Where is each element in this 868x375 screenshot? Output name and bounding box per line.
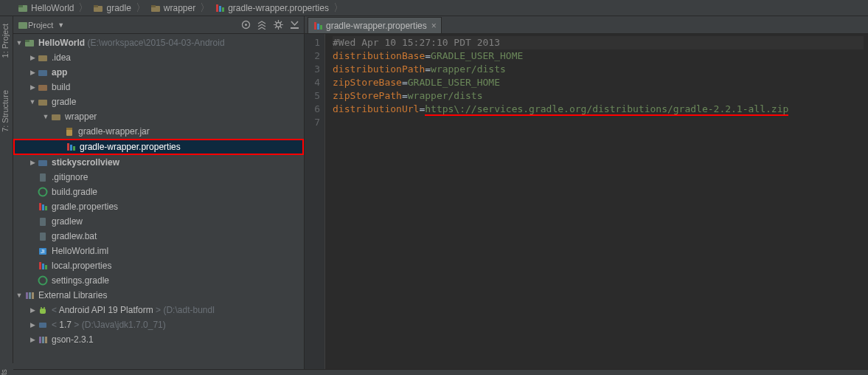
folder-icon (37, 82, 49, 92)
node-label: build (52, 82, 70, 92)
svg-point-12 (276, 23, 280, 27)
collapse-all-icon[interactable] (257, 20, 267, 30)
panel-header: Project ▼ (13, 16, 304, 34)
tree-iml[interactable]: JI HelloWorld.iml (13, 244, 304, 258)
gear-icon[interactable] (273, 20, 283, 30)
svg-rect-49 (45, 337, 47, 343)
panel-title[interactable]: Project (28, 21, 53, 30)
svg-rect-25 (73, 146, 75, 151)
node-label: gradlew.bat (52, 231, 97, 241)
chevron-right-icon: 〉 (136, 1, 146, 15)
node-label: < Android API 19 Platform > (52, 305, 161, 315)
tree-wrapper[interactable]: ▼ wrapper (13, 109, 304, 124)
editor-gutter: 1234567 (305, 34, 325, 369)
tree-gradlewbat[interactable]: gradlew.bat (13, 229, 304, 244)
folder-icon (50, 111, 62, 122)
folder-icon (93, 3, 103, 13)
svg-rect-42 (32, 292, 34, 299)
node-label: .gitignore (52, 172, 88, 182)
crumb-label: gradle (106, 3, 131, 13)
project-tree[interactable]: ▼ HelloWorld (E:\workspace\2015-04-03-An… (13, 34, 304, 369)
code-area[interactable]: 1234567 #Wed Apr 10 15:27:10 PDT 2013dis… (305, 34, 868, 369)
svg-rect-19 (38, 100, 47, 106)
tree-root[interactable]: ▼ HelloWorld (E:\workspace\2015-04-03-An… (13, 35, 304, 50)
svg-rect-23 (67, 143, 69, 151)
hide-icon[interactable] (289, 20, 299, 30)
node-label: gradle-wrapper.jar (78, 126, 150, 137)
tree-jdk[interactable]: ▶ < 1.7 > (D:\Java\jdk1.7.0_71) (13, 317, 304, 332)
tree-localprops[interactable]: local.properties (13, 258, 304, 273)
svg-point-28 (39, 188, 47, 196)
rail-tab-structure[interactable]: 7: Structure (1, 90, 10, 132)
svg-rect-1 (18, 5, 23, 7)
svg-rect-33 (40, 233, 46, 241)
properties-icon (37, 202, 49, 212)
node-label: .idea (52, 52, 71, 63)
tree-app[interactable]: ▶ app (13, 65, 304, 80)
gradle-icon (37, 187, 49, 197)
tree-idea[interactable]: ▶ .idea (13, 50, 304, 65)
tree-properties-selected[interactable]: gradle-wrapper.properties (13, 139, 304, 155)
rail-tab-bottom[interactable]: ts (0, 363, 13, 375)
breadcrumb-file[interactable]: gradle-wrapper.properties (212, 3, 332, 13)
lib-icon (37, 334, 49, 345)
close-icon[interactable]: × (431, 21, 437, 31)
node-label: < 1.7 > (52, 320, 79, 330)
module-icon (37, 67, 49, 78)
svg-rect-50 (314, 22, 316, 30)
svg-rect-6 (216, 4, 218, 12)
editor-code[interactable]: #Wed Apr 10 15:27:10 PDT 2013distributio… (325, 34, 868, 369)
node-label: stickyscrollview (52, 157, 119, 168)
tree-jar[interactable]: gradle-wrapper.jar (13, 124, 304, 139)
svg-point-39 (39, 277, 47, 285)
tree-build[interactable]: ▶ build (13, 80, 304, 94)
node-hint: (E:\workspace\2015-04-03-Android (85, 38, 224, 48)
tab-properties[interactable]: gradle-wrapper.properties × (308, 17, 442, 33)
svg-point-44 (41, 307, 42, 309)
svg-rect-5 (151, 5, 156, 7)
tree-gradle[interactable]: ▼ gradle (13, 94, 304, 109)
node-label: wrapper (65, 111, 97, 122)
node-label: HelloWorld (38, 38, 85, 48)
tab-label: gradle-wrapper.properties (326, 21, 427, 31)
tree-sticky[interactable]: ▶ stickyscrollview (13, 155, 304, 170)
svg-rect-40 (26, 292, 28, 299)
breadcrumb-wrapper[interactable]: wrapper (147, 3, 198, 13)
tree-gradleprops[interactable]: gradle.properties (13, 199, 304, 214)
crumb-label: HelloWorld (31, 3, 74, 13)
chevron-down-icon[interactable]: ▼ (58, 21, 64, 29)
svg-rect-52 (320, 25, 322, 30)
tree-gitignore[interactable]: .gitignore (13, 170, 304, 185)
scroll-to-icon[interactable] (240, 20, 251, 30)
node-label: gradle-wrapper.properties (80, 142, 181, 152)
node-hint: (D:\Java\jdk1.7.0_71) (79, 320, 165, 330)
editor-tabs: gradle-wrapper.properties × (305, 16, 868, 34)
svg-rect-36 (39, 262, 41, 269)
svg-rect-37 (42, 264, 44, 269)
tree-gradlew[interactable]: gradlew (13, 214, 304, 229)
chevron-right-icon: 〉 (78, 1, 88, 15)
crumb-label: gradle-wrapper.properties (228, 3, 329, 13)
node-label: External Libraries (38, 290, 107, 300)
svg-rect-15 (25, 40, 29, 42)
svg-rect-20 (52, 114, 60, 120)
tree-settings[interactable]: settings.gradle (13, 273, 304, 288)
svg-rect-16 (38, 55, 47, 61)
svg-rect-27 (40, 173, 46, 182)
tree-ext-lib[interactable]: ▼ External Libraries (13, 288, 304, 303)
tree-buildgradle[interactable]: build.gradle (13, 185, 304, 199)
chevron-right-icon: 〉 (200, 1, 210, 15)
breadcrumb-project[interactable]: HelloWorld (15, 3, 77, 13)
svg-rect-22 (66, 128, 72, 130)
svg-rect-43 (40, 309, 46, 314)
folder-icon (150, 3, 161, 13)
svg-rect-51 (317, 24, 319, 30)
breadcrumb-gradle[interactable]: gradle (90, 3, 133, 13)
android-icon (37, 305, 49, 315)
properties-icon (215, 3, 225, 13)
svg-rect-26 (38, 160, 47, 166)
rail-tab-project[interactable]: 1: Project (1, 24, 10, 58)
tree-gson[interactable]: ▶ gson-2.3.1 (13, 332, 304, 347)
tree-androidapi[interactable]: ▶ < Android API 19 Platform > (D:\adt-bu… (13, 303, 304, 317)
svg-rect-48 (42, 337, 44, 343)
